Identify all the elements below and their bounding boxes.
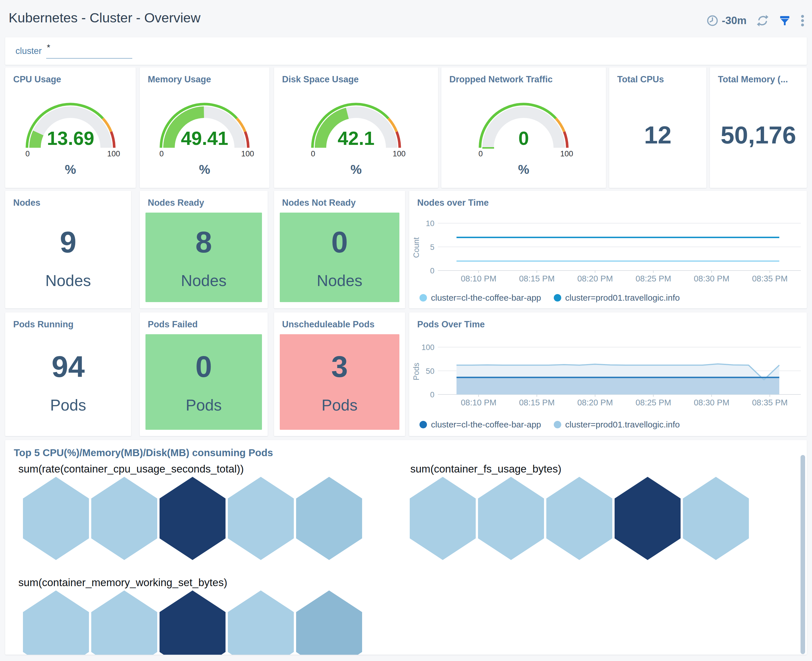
panel-nodes-not-ready: Nodes Not Ready 0 Nodes [274, 191, 405, 308]
tile-value: 3 [331, 350, 348, 384]
hexagon-cell[interactable] [160, 591, 225, 655]
hexagon-cell[interactable] [228, 477, 294, 560]
panel-dropped-network-traffic: Dropped Network Traffic 00100% [441, 67, 606, 188]
panel-title: Unscheduleable Pods [282, 319, 374, 330]
cpu-usage-gauge: 13.690100% [5, 99, 136, 177]
svg-text:0: 0 [430, 390, 435, 399]
svg-text:100: 100 [107, 150, 120, 158]
svg-text:100: 100 [422, 343, 435, 352]
gauge-chart: 13.690100 [19, 99, 122, 158]
svg-text:08:30 PM: 08:30 PM [694, 398, 729, 407]
metric-title-cpu: sum(rate(container_cpu_usage_seconds_tot… [18, 463, 244, 475]
hexagon-cell[interactable] [23, 477, 89, 560]
memory-usage-gauge: 49.410100% [140, 99, 269, 177]
refresh-icon[interactable] [756, 14, 769, 27]
panel-cpu-usage: CPU Usage 13.690100% [5, 67, 136, 188]
vertical-scrollbar-thumb[interactable] [801, 455, 805, 654]
svg-text:Pods: Pods [412, 362, 420, 380]
svg-text:0: 0 [159, 150, 163, 158]
panel-title: Pods Over Time [417, 319, 484, 330]
tile-label: Pods [50, 396, 86, 414]
disk-space-usage-gauge: 42.10100% [274, 99, 438, 177]
honeycomb-cpu [23, 477, 362, 560]
legend-item: cluster=prod01.travellogic.info [554, 293, 680, 303]
section-title: Top 5 CPU(%)/Memory(MB)/Disk(MB) consumi… [14, 447, 273, 458]
tile-label: Nodes [317, 271, 362, 290]
pods-over-time-chart: 050100Pods08:10 PM08:15 PM08:20 PM08:25 … [409, 340, 807, 415]
hexagon-cell[interactable] [91, 477, 157, 560]
panel-disk-space-usage: Disk Space Usage 42.10100% [274, 67, 438, 188]
tile-label: Nodes [181, 271, 227, 290]
tile-label: Pods [185, 396, 222, 414]
svg-text:08:10 PM: 08:10 PM [461, 398, 496, 407]
legend-item: cluster=cl-the-coffee-bar-app [419, 420, 541, 429]
panel-nodes-over-time: Nodes over Time 0510Count08:10 PM08:15 P… [409, 191, 807, 308]
gauge-unit: % [65, 162, 76, 177]
panel-nodes: Nodes 9 Nodes [5, 191, 131, 308]
tile-value: 9 [60, 225, 77, 259]
hexagon-cell[interactable] [91, 591, 157, 655]
svg-text:100: 100 [241, 150, 254, 158]
dropped-network-traffic-gauge: 00100% [441, 99, 606, 177]
panel-title: Nodes Ready [148, 198, 204, 208]
svg-text:08:20 PM: 08:20 PM [577, 398, 613, 407]
cluster-filter-input[interactable]: * [46, 44, 132, 59]
svg-text:08:15 PM: 08:15 PM [519, 274, 555, 283]
gauge-unit: % [350, 162, 361, 177]
panel-title: Nodes Not Ready [282, 198, 356, 208]
legend-dot [554, 421, 561, 428]
hexagon-cell[interactable] [615, 477, 681, 560]
honeycomb-memory [23, 591, 362, 655]
nodes-ready-tile: 8 Nodes [145, 212, 262, 302]
nodes-tile: 9 Nodes [11, 212, 125, 302]
svg-text:0: 0 [25, 150, 30, 158]
dashboard-header: Kubernetes - Cluster - Overview -30m [0, 0, 812, 37]
legend-dot [419, 294, 427, 302]
hexagon-cell[interactable] [546, 477, 612, 560]
hexagon-cell[interactable] [410, 477, 476, 560]
honeycomb-fs [410, 477, 749, 560]
total-cpus-value: 12 [615, 93, 701, 176]
svg-text:42.1: 42.1 [338, 128, 374, 149]
filter-icon[interactable] [779, 14, 791, 27]
svg-text:49.41: 49.41 [181, 128, 228, 149]
hexagon-cell[interactable] [296, 591, 362, 655]
hexagon-cell[interactable] [23, 591, 89, 655]
pods-failed-tile: 0 Pods [145, 334, 262, 430]
svg-text:10: 10 [426, 219, 435, 228]
kebab-menu-icon[interactable] [801, 14, 804, 27]
svg-text:13.69: 13.69 [47, 128, 94, 149]
hexagon-cell[interactable] [228, 591, 294, 655]
panel-pods-over-time: Pods Over Time 050100Pods08:10 PM08:15 P… [409, 313, 807, 436]
svg-text:0: 0 [478, 150, 483, 158]
svg-text:0: 0 [430, 267, 435, 275]
metric-title-memory: sum(container_memory_working_set_bytes) [18, 576, 227, 589]
time-range-button[interactable]: -30m [707, 14, 746, 27]
panel-title: CPU Usage [13, 74, 61, 85]
tile-value: 8 [195, 225, 212, 259]
panel-title: Pods Running [13, 319, 74, 330]
gauge-chart: 00100 [472, 99, 575, 158]
nodes-over-time-chart: 0510Count08:10 PM08:15 PM08:20 PM08:25 P… [409, 216, 807, 291]
svg-text:0: 0 [311, 150, 315, 158]
panel-memory-usage: Memory Usage 49.410100% [140, 67, 269, 188]
hexagon-cell[interactable] [478, 477, 544, 560]
svg-text:0: 0 [518, 128, 529, 149]
tile-value: 94 [52, 350, 85, 384]
hexagon-cell[interactable] [683, 477, 749, 560]
hexagon-cell[interactable] [160, 477, 225, 560]
legend-item: cluster=prod01.travellogic.info [554, 420, 680, 429]
time-range-label: -30m [722, 14, 746, 27]
panel-title: Nodes over Time [417, 198, 489, 208]
panel-nodes-ready: Nodes Ready 8 Nodes [140, 191, 268, 308]
gauge-unit: % [199, 162, 210, 177]
hexagon-cell[interactable] [296, 477, 362, 560]
svg-text:100: 100 [393, 150, 405, 158]
metric-title-fs: sum(container_fs_usage_bytes) [410, 463, 561, 475]
legend-label: cluster=prod01.travellogic.info [565, 293, 680, 303]
svg-text:50: 50 [426, 367, 435, 375]
tile-label: Pods [322, 396, 358, 414]
legend-dot [554, 294, 561, 302]
tile-value: 0 [195, 350, 212, 384]
gauge-chart: 49.410100 [153, 99, 256, 158]
